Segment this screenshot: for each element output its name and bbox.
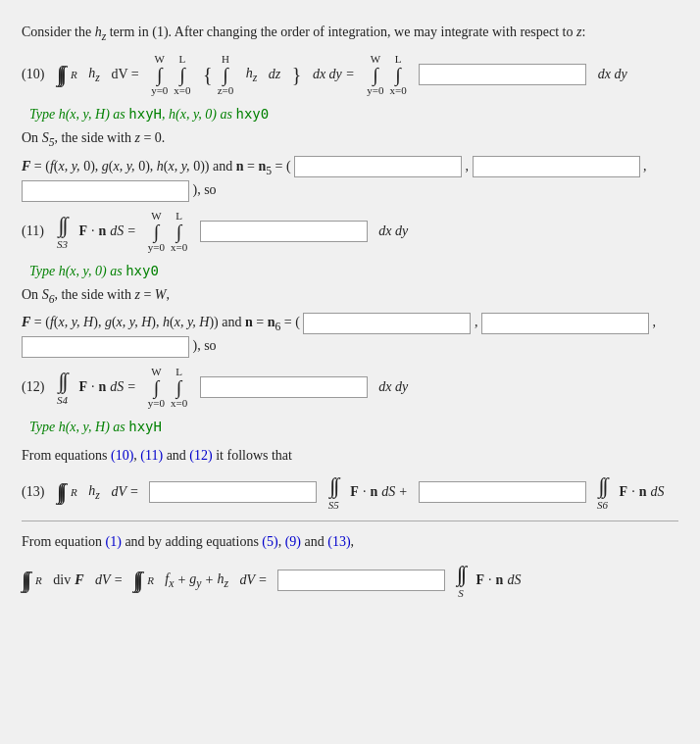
eq13-input2[interactable] bbox=[419, 481, 586, 503]
from-equations-line: From equations (10), (11) and (12) it fo… bbox=[22, 445, 678, 466]
s6-label: S6 bbox=[42, 287, 55, 302]
eq10-hz2: hz bbox=[246, 66, 258, 84]
eq11-upper1: W bbox=[151, 210, 161, 222]
eq12-dS: dS bbox=[110, 379, 124, 395]
eq11-dot-n: · bbox=[91, 223, 95, 239]
eq10-int1: ∫ bbox=[157, 65, 162, 84]
n6-eq: = ( bbox=[284, 315, 300, 329]
type-line-2: Type h(x, y, 0) as hxy0 bbox=[29, 261, 678, 281]
eq11-F-bold: F bbox=[79, 223, 88, 239]
type3-hxyH: h bbox=[59, 420, 66, 434]
n5-input2[interactable] bbox=[473, 156, 640, 177]
type1-code1: hxyH bbox=[128, 106, 162, 122]
eq10-dV: dV = bbox=[111, 67, 138, 82]
n6-input3[interactable] bbox=[22, 336, 189, 358]
eq12-n-bold: n bbox=[99, 379, 107, 395]
final-ref1[interactable]: (1) bbox=[106, 534, 122, 549]
final-ref3[interactable]: (9) bbox=[285, 534, 301, 549]
final-divF: div bbox=[53, 572, 71, 588]
eq11-dxdy: dx dy bbox=[378, 223, 408, 239]
final-n-vec: n bbox=[496, 572, 504, 588]
n-bold-s5: n bbox=[236, 159, 244, 174]
ref-11[interactable]: (11) bbox=[140, 448, 163, 463]
F-eq-s6: = ( bbox=[34, 315, 50, 329]
ref-12[interactable]: (12) bbox=[189, 448, 212, 463]
on-s6-text1: On bbox=[22, 287, 42, 302]
eq13-S5: S5 bbox=[328, 499, 339, 511]
equation-12: (12) ∫∫ S4 F · n dS = W ∫ y=0 L ∫ x=0 dx… bbox=[22, 366, 678, 409]
eq10-R-label: R bbox=[71, 69, 77, 80]
eq10-hz: hz bbox=[88, 66, 100, 84]
F-bold-s5: F bbox=[22, 159, 30, 174]
equation-13: (13) ∫∫∫ R hz dV = ∫∫ S5 F · n dS + ∫∫ S… bbox=[22, 473, 678, 511]
eq13-input1[interactable] bbox=[149, 481, 317, 503]
n6-input2[interactable] bbox=[481, 313, 649, 334]
eq10-lower3: z=0 bbox=[218, 84, 234, 96]
final-integrand: fx bbox=[165, 571, 174, 590]
n5-input1[interactable] bbox=[294, 156, 462, 177]
equation-11: (11) ∫∫ S3 F · n dS = W ∫ y=0 L ∫ x=0 dx… bbox=[22, 210, 678, 253]
final-hz-term: hz bbox=[217, 571, 228, 590]
n5-input3[interactable] bbox=[22, 180, 189, 202]
final-triple2: ∫∫∫ bbox=[133, 568, 139, 593]
type1-hxy0: h bbox=[169, 107, 175, 122]
type2-text: Type bbox=[29, 264, 59, 278]
F-eq-s5: = ( bbox=[34, 159, 50, 174]
eq11-number: (11) bbox=[22, 223, 53, 239]
final-F-bold: F bbox=[75, 572, 83, 588]
eq12-dot-n: · bbox=[91, 379, 95, 395]
final-dV2: dV bbox=[239, 572, 255, 588]
n6-sub: 6 bbox=[275, 321, 281, 333]
n6-input1[interactable] bbox=[303, 313, 471, 334]
eq11-n-bold: n bbox=[99, 223, 107, 239]
final-input[interactable] bbox=[277, 570, 445, 591]
final-R2-label: R bbox=[147, 574, 154, 586]
eq12-number: (12) bbox=[22, 379, 53, 395]
n6-bold: n bbox=[268, 315, 275, 329]
page: Consider the hz term in (1). After chang… bbox=[10, 10, 690, 615]
ref-10[interactable]: (10) bbox=[111, 448, 133, 463]
and-n-s5: and bbox=[213, 159, 236, 174]
type2-as: as bbox=[107, 264, 125, 278]
eq12-input[interactable] bbox=[200, 376, 368, 398]
final-dV: dV bbox=[95, 572, 111, 588]
eq11-upper2: L bbox=[175, 210, 182, 222]
intro-text2: term in (1). After changing the order of… bbox=[106, 25, 576, 39]
type1-as: as bbox=[110, 107, 128, 122]
eq11-S3: S3 bbox=[57, 238, 68, 250]
n5-bold: n bbox=[258, 159, 266, 174]
eq10-dxdy: dx dy bbox=[598, 67, 627, 82]
eq13-dS1: dS bbox=[381, 484, 395, 500]
final-R1-label: R bbox=[35, 574, 42, 586]
eq13-R-label: R bbox=[71, 486, 77, 498]
eq12-lower2: x=0 bbox=[171, 397, 187, 409]
eq11-int2: ∫ bbox=[176, 222, 181, 241]
eq10-lower1: y=0 bbox=[151, 84, 168, 96]
intro-line: Consider the hz term in (1). After chang… bbox=[22, 22, 678, 45]
hz-term: hz bbox=[95, 25, 107, 39]
eq10-input[interactable] bbox=[419, 64, 586, 85]
divider bbox=[22, 521, 678, 521]
type3-code: hxyH bbox=[128, 419, 162, 434]
eq10-lower5: x=0 bbox=[389, 84, 406, 96]
type1-code2: hxy0 bbox=[235, 106, 269, 122]
type3-text: Type bbox=[29, 420, 59, 434]
eq10-dx-dy: dx dy = bbox=[313, 67, 355, 82]
eq13-n2: n bbox=[639, 484, 647, 500]
eq13-n1: n bbox=[370, 484, 377, 500]
final-ref4[interactable]: (13) bbox=[327, 534, 350, 549]
n5-eq: = ( bbox=[275, 159, 291, 174]
n5-sub: 5 bbox=[266, 164, 272, 176]
type1-H: H bbox=[95, 107, 105, 122]
type-line-3: Type h(x, y, H) as hxyH bbox=[29, 417, 678, 437]
eq12-int1: ∫ bbox=[154, 377, 159, 397]
final-double-int: ∫∫ bbox=[457, 562, 465, 587]
eq10-brace-open: { bbox=[203, 64, 213, 86]
eq10-int3: ∫ bbox=[223, 65, 227, 84]
and-n-s6: and bbox=[222, 315, 245, 329]
on-s5-text1: On bbox=[22, 130, 42, 145]
eq11-lower1: y=0 bbox=[148, 241, 165, 253]
eq12-S4: S4 bbox=[57, 394, 68, 406]
final-ref2[interactable]: (5) bbox=[262, 534, 277, 549]
eq11-input[interactable] bbox=[200, 221, 368, 242]
